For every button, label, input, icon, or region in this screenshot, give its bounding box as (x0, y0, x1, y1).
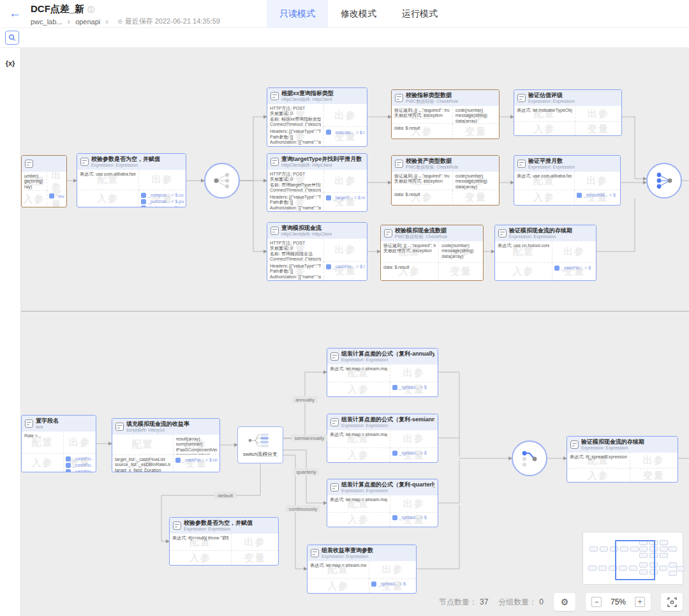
variables-panel-icon[interactable]: {x} (0, 59, 20, 67)
settings-button[interactable]: ⚙ (554, 593, 575, 611)
quadrant-config: 配置表达式: if(==null){ throw "获取的... (170, 534, 232, 551)
flow-node[interactable]: 查询模拟现金流 HttpClient插件: HttpClient 配置HTTP方… (267, 222, 367, 281)
variable-icon (577, 193, 582, 198)
node-title: switch流程分支 (243, 451, 278, 458)
fit-view-button[interactable] (661, 593, 683, 611)
quadrant-config: 配置表达式: let map = stream.map()... (327, 430, 390, 448)
flow-node[interactable]: 校验指标类型数据 PWC数据校验: CheckRule 配置验证规则: [{ .… (391, 89, 500, 139)
quadrant-config: 配置 (112, 435, 174, 455)
flow-node[interactable]: 验证估值评级 Expression: Expression 配置表达式: let… (514, 89, 622, 136)
merge-gateway-node[interactable] (646, 163, 682, 199)
flow-node[interactable]: 置字段名 ava 配置Rate =... 出参 入参 变量_cashFlo...… (21, 415, 96, 472)
node-header: 验证平滑月数 Expression: Expression (514, 156, 620, 172)
quadrant-input: 入参Headers: [{"valueType":"Text","n...Pat… (267, 193, 324, 211)
switch-branch-node[interactable]: switch流程分支 (237, 426, 283, 463)
trace-gateway-node[interactable] (512, 440, 547, 476)
zoom-level: 75% (608, 597, 628, 606)
node-subtitle: HttpClient插件: HttpClient (281, 232, 332, 237)
variable-tag: _indicato... = $.result.data (326, 130, 365, 135)
minimap-node (660, 540, 668, 545)
quadrant-config: 配置HTTP方法: POST失败重试: 0名称: 查询targetType并找到… (267, 170, 324, 193)
minimap[interactable] (582, 532, 683, 585)
variable-tag: _spread... = $ (392, 451, 436, 456)
quadrant-output: 出参 (64, 432, 96, 454)
quadrant-output: 出参code(number)message(string)data(array) (453, 172, 499, 190)
quadrant-input: 入参 (22, 191, 47, 207)
quadrant-vars: 变量 (439, 263, 483, 280)
variable-icon (326, 195, 331, 200)
flow-node[interactable]: 校验参数是否为空，并赋值 Expression: Expression 配置表达… (169, 517, 279, 566)
tab-edit-mode[interactable]: 修改模式 (328, 0, 389, 28)
quadrant-input: 入参Headers: [{"valueType":"Text","n...Pat… (267, 262, 324, 280)
variable-icon (392, 515, 397, 520)
quadrant-vars: 变量_smoothM... = $ (575, 190, 620, 205)
quadrant-config: 配置表达式: let map = stream.map()... (307, 561, 369, 579)
flow-node[interactable]: 验证平滑月数 Expression: Expression 配置表达式: use… (514, 155, 621, 206)
flow-node[interactable]: 组装计算点差的公式（复利-annually） Expression: Expre… (327, 348, 438, 397)
split-gateway-node[interactable] (204, 163, 240, 199)
node-subtitle: Expression: Expression (91, 163, 160, 168)
back-arrow-icon[interactable]: ← (9, 6, 21, 20)
node-title: 查询targetType并找到平滑月数 (281, 156, 362, 163)
flow-node[interactable]: 校验模拟现金流数据 PWC数据校验: CheckRule 配置验证规则: [{ … (380, 225, 484, 281)
script-icon (115, 423, 124, 431)
toolbar (0, 28, 689, 48)
tab-readonly-mode[interactable]: 只读模式 (267, 0, 328, 28)
minimap-node (669, 562, 677, 567)
node-header (22, 156, 66, 172)
minimap-viewport[interactable] (615, 540, 655, 580)
node-title: 校验模拟现金流数据 (395, 227, 447, 234)
minimap-node (588, 566, 596, 571)
quadrant-input: 入参data: $.result (392, 190, 453, 205)
env-select[interactable]: openapi (75, 18, 100, 26)
flow-node[interactable]: 校验资产类型数据 PWC数据校验: CheckRule 配置验证规则: [{ .… (391, 155, 500, 206)
quadrant-config: 配置表达式: use com.alibaba.fastjson... (514, 172, 575, 190)
flow-node[interactable]: 查询targetType并找到平滑月数 HttpClient插件: HttpCl… (267, 153, 367, 212)
flow-edge (438, 460, 459, 503)
flow-node[interactable]: 根据xx查询指标类型 HttpClient插件: HttpClient 配置HT… (267, 87, 367, 147)
zoom-out-button[interactable]: − (591, 597, 602, 607)
flow-canvas[interactable]: 节点数量：37 分组数量：0 ⚙ − 75% + annuallysemiann… (21, 48, 689, 616)
quadrant-config: 配置表达式: let indicatorTypeObj = _i... (514, 106, 575, 122)
app-header: ← DCF点差_新ⓘ pwc_lab... ∨ openapi ∨ ⊙ 最近保存… (0, 0, 689, 28)
flow-node[interactable]: 组装计算点差的公式（复利-semiannually） Expression: E… (327, 414, 438, 463)
flow-node[interactable]: 组装计算点差的公式（复利-quarterly） Expression: Expr… (327, 479, 438, 527)
variable-icon (175, 458, 181, 463)
quadrant-vars: 变量 (630, 469, 678, 482)
quadrant-output: 出参 (390, 430, 438, 448)
quadrant-output: 出参 (232, 534, 278, 551)
chevron-down-icon: ∨ (67, 19, 71, 25)
flow-edge (438, 372, 459, 456)
search-button[interactable] (5, 31, 19, 45)
flow-node[interactable]: 验证模拟现金流的存续期 Expression: Expression 配置表达式… (494, 225, 596, 281)
quadrant-output: 出参code(number)message(string)data(array) (439, 241, 483, 263)
quadrant-input: 入参target_list: _cashFlowListsource_list:… (112, 455, 174, 472)
variable-icon (66, 456, 71, 462)
node-subtitle: PWC数据校验: CheckRule (395, 234, 447, 239)
expression-icon (517, 94, 526, 102)
flow-node[interactable]: 校验参数是否为空，并赋值 Expression: Expression 配置表达… (77, 153, 186, 207)
flow-node[interactable]: 配置umber)ge(string)ray) 出参 入参 变量_investm.… (21, 155, 67, 207)
flow-node[interactable]: 验证模拟现金流的存续期 Expression: Expression 配置表达式… (567, 436, 678, 483)
info-icon[interactable]: ⓘ (87, 6, 94, 13)
last-saved-text: ⊙ 最近保存 2022-06-21 14:35:59 (117, 17, 220, 26)
tab-run-mode[interactable]: 运行模式 (389, 0, 450, 28)
quadrant-config: 配置表达式: let map = stream.map()... (327, 364, 390, 382)
flow-node[interactable]: 填充模拟现金流的收益率 script插件: interp1d 配置 出参resu… (112, 418, 220, 472)
flow-node[interactable]: 组装收益率查询参数 Expression: Expression 配置表达式: … (307, 545, 417, 594)
variable-tag: _cashFlo... = Duration (66, 469, 94, 472)
page-title: DCF点差_新 (31, 3, 84, 15)
zoom-in-button[interactable]: + (635, 597, 645, 607)
node-header: 组装计算点差的公式（复利-semiannually） Expression: E… (327, 414, 438, 430)
edge-label: semiannually (292, 435, 328, 442)
quadrant-output: 出参 (324, 104, 367, 127)
quadrant-output: 出参 (390, 364, 438, 382)
http-icon (270, 227, 279, 235)
quadrant-vars: 变量 (232, 551, 278, 565)
expression-icon (330, 418, 339, 426)
checkrule-icon (25, 160, 33, 168)
workspace-select[interactable]: pwc_lab... (31, 18, 63, 26)
variable-tag: _purchas... = $.purchase... (141, 199, 184, 204)
node-body: 配置表达式: use cn.hutool.core.date... 出参 入参 … (495, 241, 596, 280)
quadrant-config: 配置验证规则: [{ ..."required": tru...失败处理方式: … (392, 172, 453, 190)
